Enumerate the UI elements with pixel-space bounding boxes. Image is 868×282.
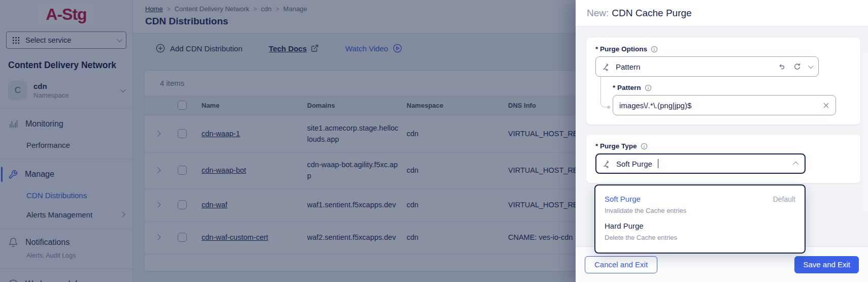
drawer-body: * Purge Options Pattern — [576, 26, 868, 246]
purge-type-select[interactable]: Soft Purge — [595, 153, 806, 174]
option-default-badge: Default — [773, 195, 795, 203]
purge-options-select[interactable]: Pattern — [595, 56, 819, 77]
drawer-title-prefix: New: — [587, 8, 609, 19]
workspace: A-Stg Select service Content Delivery Ne… — [0, 0, 576, 282]
save-and-exit-button[interactable]: Save and Exit — [794, 256, 859, 273]
purge-type-label: * Purge Type — [595, 142, 637, 150]
purge-type-dropdown: Soft Purge Default Invalidate the Cache … — [594, 184, 806, 254]
drawer-header: New: CDN Cache Purge — [576, 0, 868, 26]
text-cursor — [658, 159, 659, 168]
pattern-label: * Pattern — [613, 84, 641, 91]
chevron-down-icon[interactable] — [808, 63, 814, 69]
purge-options-card: * Purge Options Pattern — [586, 38, 860, 124]
purge-options-label: * Purge Options — [595, 45, 647, 53]
branch-icon — [602, 62, 611, 71]
pattern-input[interactable]: images\/.*\.(png|jpg)$ — [613, 95, 836, 115]
chevron-up-icon[interactable] — [793, 162, 798, 167]
info-icon[interactable] — [641, 143, 648, 150]
purge-type-card: * Purge Type Soft Purge — [586, 135, 860, 183]
cache-purge-drawer: New: CDN Cache Purge * Purge Options — [576, 0, 868, 282]
branch-icon — [603, 160, 611, 168]
info-icon[interactable] — [645, 84, 652, 91]
dropdown-option-hard-purge[interactable]: Hard Purge Delete the Cache entries — [595, 220, 805, 246]
dropdown-option-soft-purge[interactable]: Soft Purge Default Invalidate the Cache … — [595, 193, 805, 220]
pattern-field-group: * Pattern images\/.*\.(png|jpg)$ — [613, 84, 851, 115]
app-root: A-Stg Select service Content Delivery Ne… — [0, 0, 868, 282]
pattern-input-value: images\/.*\.(png|jpg)$ — [619, 101, 823, 110]
option-description: Delete the Cache entries — [605, 234, 795, 241]
option-title: Hard Purge — [605, 222, 644, 230]
option-title: Soft Purge — [605, 195, 641, 203]
drawer-title: CDN Cache Purge — [612, 8, 691, 19]
info-icon[interactable] — [651, 46, 658, 53]
modal-dim-overlay[interactable] — [0, 0, 576, 282]
clear-input-icon[interactable] — [823, 102, 829, 109]
drawer-scrollbar[interactable] — [863, 53, 868, 211]
cancel-and-exit-button[interactable]: Cancel and Exit — [585, 256, 657, 273]
undo-icon[interactable] — [778, 62, 786, 71]
option-description: Invalidate the Cache entries — [605, 207, 795, 214]
purge-type-value: Soft Purge — [616, 160, 652, 168]
field-connector-line — [600, 77, 609, 107]
reset-refresh-icon[interactable] — [793, 62, 801, 71]
purge-options-value: Pattern — [616, 62, 773, 71]
